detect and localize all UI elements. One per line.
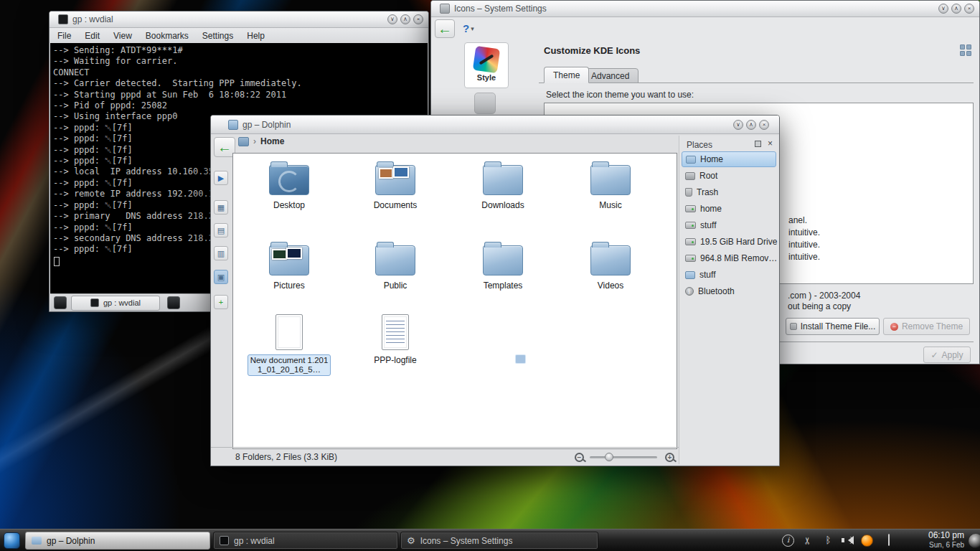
help-icon: ?	[463, 22, 469, 34]
klipper-scissors-icon[interactable]: ✂	[802, 534, 814, 547]
update-notifier-icon[interactable]	[861, 534, 873, 547]
split-view-icon[interactable]: ▶	[214, 171, 228, 185]
tab-list-icon[interactable]	[167, 296, 180, 309]
menu-item[interactable]: Edit	[85, 31, 100, 41]
close-icon[interactable]: ×	[759, 120, 769, 130]
maximize-icon[interactable]: ∧	[746, 120, 756, 130]
place-item-device[interactable]: 964.8 MiB Remov…	[682, 250, 776, 266]
breadcrumb[interactable]: Home	[260, 136, 284, 146]
breadcrumb-home-icon[interactable]	[238, 137, 249, 146]
new-tab-icon[interactable]	[54, 296, 67, 309]
task-dolphin[interactable]: gp – Dolphin	[25, 532, 210, 550]
place-item-device[interactable]: 19.5 GiB Hard Drive	[682, 234, 776, 250]
taskbar: gp – Dolphin gp : wvdial ⚙ Icons – Syste…	[0, 529, 980, 551]
file-item[interactable]: Downloads	[456, 161, 550, 210]
task-label: gp – Dolphin	[47, 536, 95, 546]
install-theme-button[interactable]: Install Theme File...	[786, 318, 880, 335]
place-item-home[interactable]: Home	[682, 151, 776, 167]
minimize-icon[interactable]: ∨	[733, 120, 743, 130]
dolphin-window: gp – Dolphin ∨ ∧ × ← › Home ▶ ▦ ▤ ▥ ▣ +	[210, 115, 780, 466]
apply-label: Apply	[942, 350, 963, 360]
close-panel-icon[interactable]: ×	[768, 138, 773, 149]
zoom-out-icon[interactable]: −	[575, 453, 584, 462]
file-label: Pictures	[242, 281, 336, 291]
place-item-bluetooth[interactable]: ᛒBluetooth	[682, 283, 776, 299]
details-view-icon[interactable]: ▤	[214, 223, 228, 237]
zoom-slider-track[interactable]	[590, 456, 657, 458]
apply-button[interactable]: ✓ Apply	[923, 347, 971, 363]
menu-item[interactable]: Settings	[202, 31, 233, 41]
terminal-titlebar[interactable]: gp : wvdial ∨ ∧ ×	[50, 11, 428, 28]
file-item-selected[interactable]: New document 1.2011_01_20_16_5…	[242, 314, 336, 376]
task-wvdial[interactable]: gp : wvdial	[213, 532, 398, 550]
place-item-trash[interactable]: Trash	[682, 184, 776, 200]
minimize-icon[interactable]: ∨	[387, 14, 397, 24]
thumbnail	[286, 248, 302, 259]
place-label: Bluetooth	[698, 286, 735, 296]
status-bar: 8 Folders, 2 Files (3.3 KiB) − +	[211, 447, 679, 466]
file-item[interactable]: Public	[348, 241, 443, 291]
notifications-icon[interactable]: i	[782, 534, 794, 547]
menu-item[interactable]: Bookmarks	[146, 31, 189, 41]
check-icon: ✓	[930, 350, 938, 360]
add-icon[interactable]: +	[214, 295, 228, 309]
terminal-tab-label: gp : wvdial	[103, 298, 141, 307]
close-icon[interactable]: ×	[964, 4, 974, 14]
folder-view[interactable]: Desktop Documents Downloads Music	[232, 153, 677, 449]
settings-titlebar[interactable]: Icons – System Settings ∨ ∧ ×	[431, 1, 979, 17]
breadcrumb-separator: ›	[253, 136, 256, 146]
columns-view-icon[interactable]: ▥	[214, 246, 228, 260]
close-icon[interactable]: ×	[413, 14, 423, 24]
app-launcher-icon[interactable]	[4, 532, 20, 549]
remove-theme-button[interactable]: − Remove Theme	[883, 318, 970, 335]
sidebar-item-style[interactable]: Style	[464, 42, 509, 88]
file-item[interactable]: PPP-logfile	[348, 314, 443, 365]
help-button[interactable]: ? ▾	[463, 22, 474, 34]
tab-theme[interactable]: Theme	[544, 67, 589, 83]
place-item-folder[interactable]: stuff	[682, 267, 776, 283]
back-button[interactable]: ←	[435, 19, 455, 38]
volume-icon[interactable]	[841, 534, 853, 547]
file-item[interactable]: Desktop	[242, 161, 336, 210]
document-icon	[275, 314, 303, 350]
maximize-icon[interactable]: ∧	[400, 14, 410, 24]
place-item-root[interactable]: Root	[682, 168, 776, 184]
file-item[interactable]: Pictures	[242, 241, 336, 291]
task-system-settings[interactable]: ⚙ Icons – System Settings	[400, 532, 598, 550]
maximize-icon[interactable]: ∧	[951, 4, 961, 14]
file-item[interactable]: Templates	[456, 241, 550, 291]
file-label: Documents	[348, 201, 443, 210]
place-item-device[interactable]: stuff	[682, 217, 776, 233]
file-item[interactable]: Music	[563, 161, 658, 210]
theme-prompt: Select the icon theme you want to use:	[546, 90, 694, 100]
dolphin-titlebar[interactable]: gp – Dolphin ∨ ∧ ×	[211, 116, 779, 134]
file-label: Public	[348, 281, 443, 291]
zoom-in-icon[interactable]: +	[665, 453, 674, 462]
archive-icon	[790, 323, 797, 330]
preview-toggle-icon[interactable]: ▣	[214, 270, 228, 284]
icon-size-grid-icon[interactable]	[959, 44, 972, 57]
menu-item[interactable]: File	[57, 31, 71, 41]
dolphin-app-icon	[228, 120, 238, 130]
panel-cashew-icon[interactable]	[969, 534, 980, 548]
zoom-slider-handle[interactable]	[605, 453, 613, 461]
place-item-device[interactable]: home	[682, 201, 776, 217]
terminal-tab[interactable]: gp : wvdial	[71, 296, 160, 311]
tab-advanced[interactable]: Advanced	[582, 68, 639, 83]
file-item[interactable]: Videos	[563, 241, 658, 291]
digital-clock[interactable]: 06:10 pm Sun, 6 Feb	[928, 531, 964, 550]
folder-icon	[590, 165, 631, 195]
menu-item[interactable]: View	[113, 31, 132, 41]
file-item[interactable]: Documents	[348, 161, 443, 210]
icons-view-icon[interactable]: ▦	[214, 200, 228, 215]
minimize-icon[interactable]: ∨	[938, 4, 948, 14]
device-notifier-icon[interactable]	[882, 534, 895, 547]
float-panel-icon[interactable]	[755, 141, 761, 147]
bluetooth-tray-icon[interactable]: ᛒ	[822, 534, 834, 547]
sidebar-item-dimmed-icon[interactable]	[474, 93, 496, 114]
gear-icon: ⚙	[407, 536, 415, 545]
menu-item[interactable]: Help	[247, 31, 265, 41]
root-icon	[685, 172, 695, 180]
folder-icon	[685, 271, 695, 279]
back-arrow-icon: ←	[217, 140, 232, 154]
